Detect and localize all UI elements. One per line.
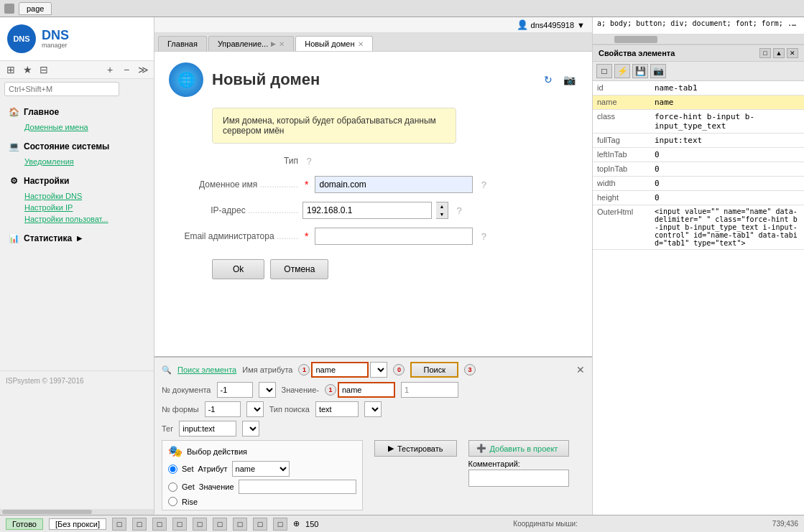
cancel-button[interactable]: Отмена xyxy=(270,259,328,279)
search-element-link[interactable]: Поиск элемента xyxy=(177,365,236,374)
ip-input[interactable] xyxy=(302,202,432,219)
domain-question-btn[interactable]: ? xyxy=(477,178,490,191)
prop-name-class: class xyxy=(593,110,650,134)
sidebar-item-settings[interactable]: ⚙ Настройки xyxy=(6,172,148,190)
props-tool-screenshot[interactable]: 📷 xyxy=(650,64,666,78)
sidebar-icon-grid[interactable]: ⊞ xyxy=(4,63,18,76)
email-required: * xyxy=(305,230,308,242)
sidebar-subitem-dns-settings[interactable]: Настройки DNS xyxy=(6,190,148,202)
radio-rise[interactable] xyxy=(168,497,177,506)
action-section-label: Выбор действия xyxy=(187,447,247,456)
props-action-close[interactable]: ✕ xyxy=(787,48,798,58)
comment-input[interactable] xyxy=(468,470,569,487)
comment-section: Комментарий: xyxy=(468,459,569,487)
attr-name-input[interactable] xyxy=(311,362,369,378)
props-tool-dom[interactable]: 💾 xyxy=(632,64,648,78)
dns-logo-icon: DNS xyxy=(7,24,36,53)
browser-tab[interactable]: page xyxy=(19,2,52,15)
sidebar-icon-star[interactable]: ★ xyxy=(20,63,34,76)
status-icon-5[interactable]: □ xyxy=(193,518,207,531)
props-tool-events[interactable]: ⚡ xyxy=(614,64,630,78)
doc-num-input[interactable] xyxy=(217,382,253,398)
action-section-icon: 🎭 xyxy=(168,444,182,458)
screenshot-button[interactable]: 📷 xyxy=(560,72,578,88)
dns-brand-sub: manager xyxy=(42,42,69,49)
tab-newdomain[interactable]: Новый домен ✕ xyxy=(295,36,372,51)
email-input[interactable] xyxy=(315,228,473,245)
props-tool-layout[interactable]: □ xyxy=(596,64,612,78)
test-button[interactable]: ▶ Тестировать xyxy=(374,440,457,457)
attr-name-select[interactable]: ▼ xyxy=(370,362,387,378)
status-count: 150 xyxy=(305,520,318,528)
status-icon-6[interactable]: □ xyxy=(213,518,227,531)
sidebar-subitem-notifications[interactable]: Уведомления xyxy=(6,156,148,167)
sidebar-subitem-user-settings[interactable]: Настройки пользоват... xyxy=(6,213,148,225)
domain-input[interactable] xyxy=(315,176,473,193)
form-num-input[interactable] xyxy=(205,401,241,417)
doc-num-select[interactable]: ▼ xyxy=(259,382,276,398)
attr-select-label: Атрибут xyxy=(198,465,228,473)
sidebar-footer: ISPsystem © 1997-2016 xyxy=(0,370,154,391)
sidebar-search-input[interactable] xyxy=(4,82,119,96)
props-action-min[interactable]: ▲ xyxy=(773,48,785,58)
search-type-select[interactable]: ▼ xyxy=(364,401,382,417)
add-icon: ➕ xyxy=(476,444,486,453)
props-action-dock[interactable]: □ xyxy=(759,48,771,58)
sidebar-subitem-domains[interactable]: Доменные имена xyxy=(6,121,148,133)
attr-select[interactable]: name xyxy=(232,461,290,477)
badge-1: 1 xyxy=(298,364,310,375)
form-num-select[interactable]: ▼ xyxy=(246,401,264,417)
prop-name-leftintab: leftInTab xyxy=(593,148,650,162)
ip-spin-up[interactable]: ▲ xyxy=(436,202,448,210)
sidebar-icon-more[interactable]: ≫ xyxy=(136,63,150,76)
attr-value-input[interactable] xyxy=(338,382,395,398)
radio-get[interactable] xyxy=(168,482,177,492)
status-icon-3[interactable]: □ xyxy=(152,518,167,531)
type-question-btn[interactable]: ? xyxy=(302,154,315,167)
value-input[interactable] xyxy=(239,480,356,494)
tab-home[interactable]: Главная xyxy=(158,36,207,51)
sidebar-subitem-ip-settings[interactable]: Настройки IP xyxy=(6,202,148,213)
tab-manage-close[interactable]: ✕ xyxy=(279,40,285,48)
add-project-button[interactable]: ➕ Добавить в проект xyxy=(468,440,569,457)
status-icon-7[interactable]: □ xyxy=(233,518,247,531)
center-panel: 👤 dns4495918 ▼ Главная Управление... ▶ ✕… xyxy=(154,17,592,515)
tag-input[interactable] xyxy=(179,421,236,437)
sidebar-icon-add[interactable]: + xyxy=(103,63,117,76)
search-type-input[interactable] xyxy=(315,401,359,417)
search-button[interactable]: Поиск xyxy=(410,362,458,378)
sidebar-item-stats[interactable]: 📊 Статистика ▶ xyxy=(6,229,148,248)
status-icon-2[interactable]: □ xyxy=(132,518,147,531)
tab-newdomain-label: Новый домен xyxy=(305,39,354,48)
ip-question-btn[interactable]: ? xyxy=(453,204,466,217)
ok-button[interactable]: Ok xyxy=(212,259,264,279)
doc-num-label: № документа xyxy=(162,386,211,394)
sidebar-icon-config[interactable]: ⊟ xyxy=(37,63,51,76)
inspector-code-bar[interactable]: a; body; button; div; document; font; fo… xyxy=(593,17,804,34)
sidebar-search-container xyxy=(0,79,154,99)
sidebar-icon-minus[interactable]: − xyxy=(119,63,134,76)
status-icon-8[interactable]: □ xyxy=(253,518,267,531)
tag-select[interactable]: ▼ xyxy=(242,421,259,437)
prop-value-leftintab: 0 xyxy=(650,148,804,162)
tab-newdomain-close[interactable]: ✕ xyxy=(358,40,364,48)
sidebar-item-main[interactable]: 🏠 Главное xyxy=(6,103,148,121)
home-icon: 🏠 xyxy=(7,106,20,118)
prop-value-outerhtml: <input value="" name="name" data-delimit… xyxy=(650,205,804,250)
radio-set[interactable] xyxy=(168,465,177,474)
inspector-scrollbar[interactable] xyxy=(593,34,804,45)
status-icon-4[interactable]: □ xyxy=(172,518,187,531)
status-icon-9[interactable]: □ xyxy=(273,518,287,531)
right-inspector: a; body; button; div; document; font; fo… xyxy=(592,17,804,515)
user-dropdown-icon[interactable]: ▼ xyxy=(577,21,585,29)
sidebar-item-system[interactable]: 💻 Состояние системы xyxy=(6,137,148,156)
refresh-button[interactable]: ↻ xyxy=(540,72,557,88)
ip-spin-down[interactable]: ▼ xyxy=(436,210,448,218)
email-question-btn[interactable]: ? xyxy=(477,230,490,243)
tab-manage[interactable]: Управление... ▶ ✕ xyxy=(208,36,294,51)
status-icon-1[interactable]: □ xyxy=(112,518,126,531)
prop-name-topintab: topInTab xyxy=(593,162,650,177)
bottom-panel-close[interactable]: ✕ xyxy=(576,364,585,375)
browser-favicon xyxy=(4,4,14,14)
status-coords-label: Координаты мыши: xyxy=(513,520,578,528)
